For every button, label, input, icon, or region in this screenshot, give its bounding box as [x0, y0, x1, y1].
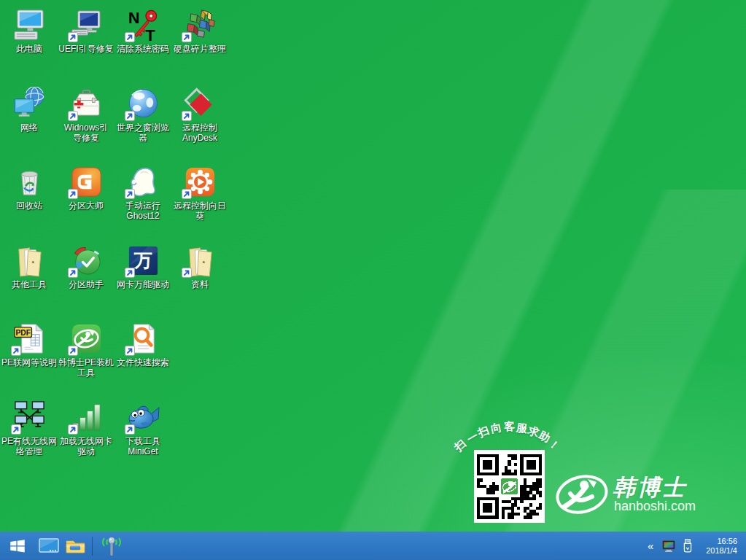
pie-icon [57, 241, 115, 278]
shortcut-arrow-icon [68, 111, 78, 121]
desktop-icon-label: 此电脑 [0, 44, 58, 54]
desktop-icon-pe-lan-wlan-manager[interactable]: PE有线无线网 络管理 [0, 398, 58, 456]
desktop-icon-load-wifi-driver[interactable]: 加载无线网卡 驱动 [57, 398, 115, 456]
desktop-icon-label: 资料 [171, 279, 229, 289]
taskbar-file-explorer-button[interactable] [62, 532, 89, 560]
qr-caption-char: 服 [516, 421, 528, 436]
desktop-icon-miniget-downloader[interactable]: 下载工具 MiniGet [114, 398, 172, 456]
desktop-icon-label: 回收站 [0, 201, 58, 211]
usb-drive-icon [681, 538, 694, 554]
desktop-icon-run-ghost12[interactable]: 手动运行 Ghost12 [114, 163, 172, 221]
desktop-icon-this-pc[interactable]: 此电脑 [0, 6, 58, 54]
recycle-icon [0, 163, 58, 199]
desktop-icon-uefi-boot-repair[interactable]: UEFI引导修复 [57, 6, 115, 54]
shortcut-arrow-icon [11, 424, 21, 435]
qr-caption-char: ！ [545, 436, 563, 454]
desktop-icon-pe-network-readme[interactable]: PDF PE联网等说明 [0, 319, 58, 368]
support-qr-code [474, 450, 545, 523]
wireless-antenna-button[interactable] [97, 532, 126, 560]
tray-expand-chevron[interactable]: « [642, 540, 659, 552]
hanboshi-icon [57, 319, 115, 356]
qr-caption-char: 客 [504, 420, 516, 435]
taskbar-pinned-display-button[interactable] [35, 532, 62, 560]
shortcut-arrow-icon [11, 346, 21, 356]
desktop-icon-label: UEFI引导修复 [57, 44, 115, 54]
desktop-icon-hanboshi-pe-installer[interactable]: 韩博士PE装机 工具 [57, 319, 115, 378]
shortcut-arrow-icon [182, 268, 192, 278]
desktop-icon-label: 硬盘碎片整理 [171, 44, 229, 54]
folder-icon [0, 241, 58, 278]
sunflower-icon [171, 163, 229, 199]
shortcut-arrow-icon [125, 189, 135, 199]
taskbar-divider [92, 537, 93, 556]
desktop-icon-label: PE联网等说明 [0, 357, 58, 368]
desktop-icon-windows-boot-repair[interactable]: Widnows引 导修复 [57, 85, 115, 143]
shortcut-arrow-icon [125, 32, 135, 42]
netglobe-icon [0, 85, 58, 121]
shortcut-arrow-icon [68, 346, 78, 356]
qr-caption-char: 向 [489, 421, 502, 437]
brand-domain: hanboshi.com [614, 499, 696, 514]
searchdoc-icon [114, 319, 172, 356]
lan-icon [0, 398, 58, 435]
shortcut-arrow-icon [68, 424, 78, 435]
qr-caption-char: 求 [526, 424, 540, 440]
tray-clock[interactable]: 16:56 2018/1/4 [703, 537, 740, 556]
cubes-icon [171, 6, 229, 42]
desktop-icon-anydesk-remote[interactable]: 远程控制 AnyDesk [171, 85, 229, 143]
windows-logo-icon [8, 537, 27, 556]
desktop-icon-partition-assistant[interactable]: 分区助手 [57, 241, 115, 289]
desktop: 此电脑 UEFI引导修复 NT 清除系统密码 硬盘碎片整理 网络 Widnows… [0, 0, 746, 560]
ntkey-icon: NT [114, 6, 172, 42]
desktop-icon-network[interactable]: 网络 [0, 85, 58, 133]
qr-caption-char: 一 [465, 429, 481, 447]
qr-caption-char: 扫 [476, 424, 491, 440]
shortcut-arrow-icon [68, 268, 78, 278]
start-button[interactable] [0, 532, 35, 560]
hanboshi-logo-icon [554, 469, 610, 520]
computer-icon [0, 6, 58, 42]
system-tray: « 16:56 [642, 532, 746, 560]
desktop-icon-label: 分区助手 [57, 279, 115, 289]
desktop-icon-sunlogin-remote[interactable]: 远程控制向日 葵 [171, 163, 229, 221]
desktop-icon-disk-defrag[interactable]: 硬盘碎片整理 [171, 6, 229, 54]
desktop-icon-data-folder[interactable]: 资料 [171, 241, 229, 289]
shortcut-arrow-icon [182, 111, 192, 121]
desktop-icon-label: 其他工具 [0, 279, 58, 289]
uefi-icon [57, 6, 115, 42]
desktop-icon-label: 网络 [0, 122, 58, 133]
desktop-icon-clear-password[interactable]: NT 清除系统密码 [114, 6, 172, 54]
desktop-icon-label: 下载工具 MiniGet [114, 436, 172, 456]
ghost-icon [114, 163, 172, 199]
blue-screen-icon [38, 537, 60, 556]
desktop-icon-recycle-bin[interactable]: 回收站 [0, 163, 58, 211]
qr-caption-char: 助 [536, 429, 552, 446]
svg-text:万: 万 [133, 250, 152, 271]
desktop-icon-label: 远程控制 AnyDesk [171, 122, 229, 143]
taskbar: « 16:56 [0, 532, 746, 560]
diskg-icon [57, 163, 115, 199]
shortcut-arrow-icon [125, 424, 135, 435]
tray-display-icon[interactable] [659, 532, 678, 560]
pdf-icon: PDF [0, 319, 58, 356]
qr-caption-char: 扫 [452, 437, 470, 454]
svg-text:N: N [128, 9, 139, 27]
desktop-icon-label: 手动运行 Ghost12 [114, 201, 172, 221]
desktop-icon-world-window-browser[interactable]: 世界之窗浏览 器 [114, 85, 172, 143]
display-color-icon [661, 540, 676, 553]
folder-icon [171, 241, 229, 278]
desktop-icon-universal-nic-driver[interactable]: 万 网卡万能驱动 [114, 241, 172, 289]
desktop-icon-fast-file-search[interactable]: 文件快速搜索 [114, 319, 172, 368]
desktop-icon-partition-master[interactable]: 分区大师 [57, 163, 115, 211]
tray-usb-icon[interactable] [678, 532, 697, 560]
desktop-icon-label: 加载无线网卡 驱动 [57, 436, 115, 456]
shortcut-arrow-icon [125, 346, 135, 356]
globe-icon [114, 85, 172, 121]
desktop-icon-label: 网卡万能驱动 [114, 279, 172, 289]
desktop-icon-label: Widnows引 导修复 [57, 122, 115, 143]
desktop-icon-label: 文件快速搜索 [114, 357, 172, 368]
desktop-icon-label: 分区大师 [57, 201, 115, 211]
desktop-icon-other-tools[interactable]: 其他工具 [0, 241, 58, 289]
bars-icon [57, 398, 115, 435]
shortcut-arrow-icon [182, 32, 192, 42]
